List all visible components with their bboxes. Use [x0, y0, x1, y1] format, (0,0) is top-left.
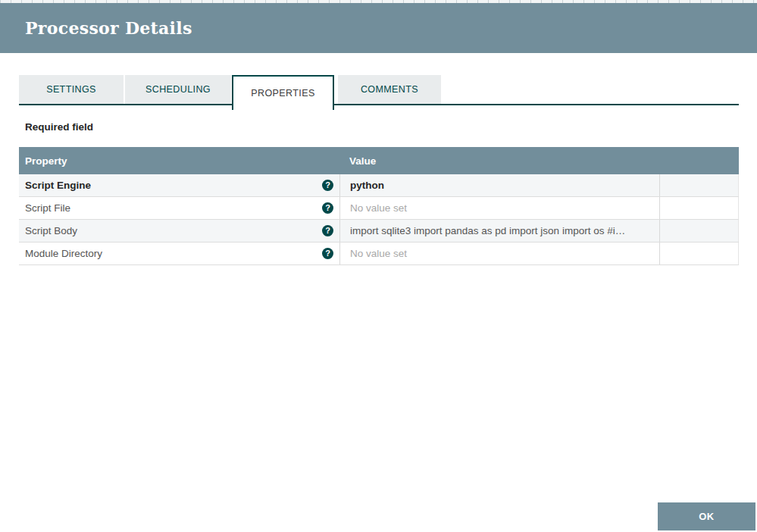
table-row: Script File ? No value set [19, 197, 739, 220]
table-row: Script Engine ? python [19, 174, 739, 197]
help-icon[interactable]: ? [322, 202, 333, 214]
property-value: No value set [350, 248, 407, 259]
tab-scheduling[interactable]: SCHEDULING [125, 75, 231, 104]
help-icon[interactable]: ? [322, 248, 333, 259]
column-header-property: Property [19, 155, 339, 167]
properties-table: Property Value Script Engine ? python Sc… [19, 147, 739, 265]
tab-comments[interactable]: COMMENTS [338, 75, 441, 104]
tab-settings[interactable]: SETTINGS [19, 75, 124, 104]
tab-properties[interactable]: PROPERTIES [232, 75, 334, 110]
tab-comments-label: COMMENTS [361, 84, 418, 95]
property-value: python [350, 180, 384, 191]
table-row: Script Body ? import sqlite3 import pand… [19, 220, 739, 243]
property-name: Script File [25, 202, 322, 214]
properties-table-header: Property Value [19, 147, 739, 174]
property-name: Script Body [25, 225, 322, 236]
table-row: Module Directory ? No value set [19, 243, 739, 265]
dialog-header: Processor Details [0, 3, 757, 53]
property-name: Module Directory [25, 248, 322, 259]
tab-bar: SETTINGS SCHEDULING PROPERTIES COMMENTS [19, 75, 739, 110]
row-extra-cell [659, 174, 739, 196]
row-extra-cell [659, 197, 739, 219]
property-value: import sqlite3 import pandas as pd impor… [350, 225, 625, 236]
help-icon[interactable]: ? [322, 180, 333, 191]
column-header-value: Value [339, 155, 659, 167]
page-title: Processor Details [25, 18, 192, 38]
ok-button[interactable]: OK [658, 502, 755, 530]
row-extra-cell [659, 243, 739, 264]
help-icon[interactable]: ? [322, 225, 333, 236]
processor-details-dialog: Processor Details SETTINGS SCHEDULING PR… [0, 0, 757, 532]
property-value: No value set [350, 202, 407, 214]
tab-scheduling-label: SCHEDULING [145, 84, 211, 95]
required-field-hint: Required field [25, 121, 93, 133]
tab-underline [19, 104, 739, 105]
row-extra-cell [659, 220, 739, 242]
tab-properties-label: PROPERTIES [251, 88, 314, 99]
tab-settings-label: SETTINGS [46, 84, 96, 95]
property-name: Script Engine [25, 180, 322, 191]
